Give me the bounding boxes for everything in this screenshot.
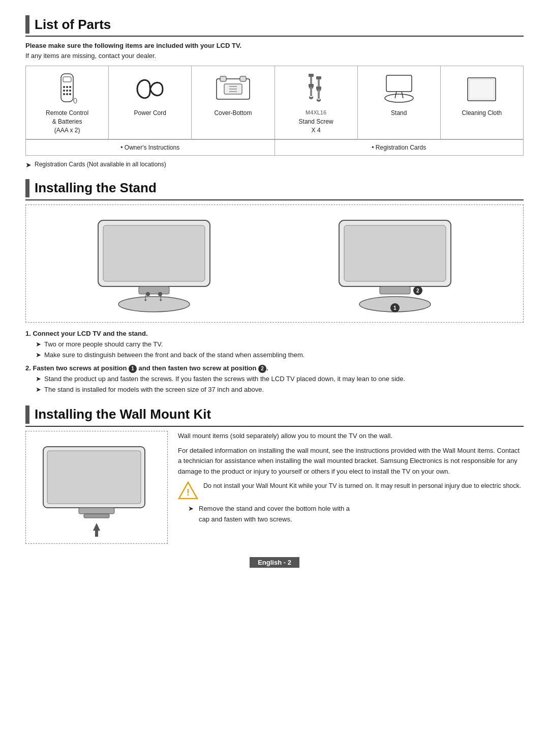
english-label: English - 2 bbox=[250, 557, 299, 568]
wall-mount-text-content: Wall mount items (sold separately) allow… bbox=[178, 431, 524, 544]
remove-note-item: ➤ Remove the stand and cover the bottom … bbox=[178, 504, 524, 525]
registration-cards-text: • Registration Cards bbox=[372, 144, 426, 151]
warning-triangle-icon: ! bbox=[178, 481, 198, 500]
part-cover-bottom: Cover-Bottom bbox=[192, 66, 274, 139]
svg-text:2: 2 bbox=[416, 288, 419, 294]
owners-instructions: • Owner's Instructions bbox=[26, 140, 275, 155]
wall-mount-text1: Wall mount items (sold separately) allow… bbox=[178, 431, 524, 442]
svg-point-5 bbox=[63, 90, 65, 92]
svg-line-30 bbox=[402, 92, 403, 98]
intro-line1: Please make sure the following items are… bbox=[25, 42, 241, 49]
instruction-1-sub1: ➤ Two or more people should carry the TV… bbox=[25, 339, 524, 350]
svg-point-36 bbox=[118, 297, 190, 312]
svg-text:!: ! bbox=[187, 487, 190, 498]
installing-wall-mount-section: Installing the Wall Mount Kit Wall mount… bbox=[25, 405, 524, 544]
section-bar-3 bbox=[25, 405, 29, 424]
stand-screw-sub: M4XL16 bbox=[306, 109, 326, 117]
arrow-icon-1: ➤ bbox=[36, 339, 41, 350]
wall-mount-warning: ! Do not install your Wall Mount Kit whi… bbox=[178, 481, 524, 500]
svg-rect-34 bbox=[103, 225, 205, 281]
parts-table: Remote Control& Batteries(AAA x 2) Power… bbox=[25, 66, 524, 156]
wall-mount-text2: For detailed information on installing t… bbox=[178, 446, 524, 477]
svg-rect-14 bbox=[240, 76, 246, 81]
remote-control-label: Remote Control& Batteries(AAA x 2) bbox=[46, 109, 88, 134]
arrow-icon-4: ➤ bbox=[36, 385, 41, 395]
svg-point-28 bbox=[385, 94, 413, 102]
cover-bottom-label: Cover-Bottom bbox=[214, 109, 252, 118]
stand-diagram-box: ↓ ↓ 2 1 bbox=[25, 205, 524, 323]
cover-bottom-icon bbox=[210, 71, 256, 107]
intro-line2: If any items are missing, contact your d… bbox=[25, 52, 156, 60]
stand-icon bbox=[376, 71, 422, 107]
svg-line-29 bbox=[395, 92, 396, 98]
svg-rect-50 bbox=[47, 451, 141, 504]
wall-mount-content: Wall mount items (sold separately) allow… bbox=[25, 431, 524, 544]
remote-control-icon bbox=[44, 71, 90, 107]
instruction-1-sub2-text: Make sure to distinguish between the fro… bbox=[44, 350, 304, 361]
svg-rect-1 bbox=[63, 77, 71, 82]
instruction-2-sub1-text: Stand the product up and fasten the scre… bbox=[44, 374, 405, 385]
arrow-icon: ➤ bbox=[25, 161, 32, 169]
part-remote-control: Remote Control& Batteries(AAA x 2) bbox=[26, 66, 109, 139]
instruction-2-text: 2. Fasten two screws at position 1 and t… bbox=[25, 364, 268, 372]
part-cleaning-cloth: Cleaning Cloth bbox=[441, 66, 523, 139]
installing-stand-section: Installing the Stand ↓ ↓ bbox=[25, 179, 524, 395]
instruction-2: 2. Fasten two screws at position 1 and t… bbox=[25, 363, 524, 395]
svg-text:1: 1 bbox=[393, 305, 396, 311]
instruction-1: 1. Connect your LCD TV and the stand. ➤ … bbox=[25, 329, 524, 360]
svg-point-39 bbox=[146, 292, 150, 296]
registration-note: ➤ Registration Cards (Not available in a… bbox=[25, 161, 524, 169]
stand-screw-label: Stand ScrewX 4 bbox=[299, 118, 333, 135]
section-bar-2 bbox=[25, 179, 29, 197]
svg-rect-27 bbox=[386, 75, 412, 92]
parts-extras-row: • Owner's Instructions • Registration Ca… bbox=[26, 139, 523, 155]
svg-rect-13 bbox=[220, 76, 226, 81]
part-stand: Stand bbox=[358, 66, 441, 139]
power-cord-icon bbox=[127, 71, 173, 107]
page-footer: English - 2 bbox=[25, 554, 524, 571]
power-cord-label: Power Cord bbox=[134, 109, 166, 118]
wall-mount-header: Installing the Wall Mount Kit bbox=[25, 405, 524, 427]
installing-stand-header: Installing the Stand bbox=[25, 179, 524, 200]
svg-rect-25 bbox=[316, 86, 321, 90]
svg-point-10 bbox=[69, 93, 71, 95]
registration-note-text: Registration Cards (Not available in all… bbox=[35, 161, 166, 168]
list-of-parts-header: List of Parts bbox=[25, 15, 524, 37]
svg-rect-21 bbox=[316, 76, 321, 79]
list-of-parts-section: List of Parts Please make sure the follo… bbox=[25, 15, 524, 169]
stand-diagram-right: 2 1 bbox=[294, 213, 496, 314]
svg-point-7 bbox=[69, 90, 71, 92]
remove-note: ➤ Remove the stand and cover the bottom … bbox=[178, 504, 524, 525]
arrow-icon-2: ➤ bbox=[36, 350, 41, 361]
instruction-1-sub2: ➤ Make sure to distinguish between the f… bbox=[25, 350, 524, 361]
parts-icons-row: Remote Control& Batteries(AAA x 2) Power… bbox=[26, 66, 523, 139]
svg-rect-26 bbox=[318, 90, 320, 99]
svg-point-11 bbox=[74, 98, 77, 103]
svg-rect-24 bbox=[310, 87, 312, 96]
svg-rect-42 bbox=[344, 225, 446, 281]
wall-mount-diagram bbox=[25, 431, 168, 544]
svg-point-9 bbox=[66, 93, 68, 95]
warning-text: Do not install your Wall Mount Kit while… bbox=[203, 481, 521, 491]
svg-point-40 bbox=[158, 292, 162, 296]
instruction-2-sub2-text: The stand is installed for models with t… bbox=[44, 385, 264, 395]
stand-label: Stand bbox=[391, 109, 407, 118]
section-bar bbox=[25, 15, 29, 34]
instruction-1-sub1-text: Two or more people should carry the TV. bbox=[44, 339, 163, 350]
svg-point-3 bbox=[66, 86, 68, 88]
svg-point-2 bbox=[63, 86, 65, 88]
part-power-cord: Power Cord bbox=[109, 66, 192, 139]
installing-stand-title: Installing the Stand bbox=[35, 180, 157, 196]
cleaning-cloth-label: Cleaning Cloth bbox=[462, 109, 502, 118]
instruction-1-text: 1. Connect your LCD TV and the stand. bbox=[25, 330, 148, 337]
registration-cards: • Registration Cards bbox=[275, 140, 524, 155]
svg-rect-32 bbox=[469, 79, 494, 99]
intro-text: Please make sure the following items are… bbox=[25, 41, 524, 61]
svg-rect-19 bbox=[309, 74, 314, 77]
wall-mount-title: Installing the Wall Mount Kit bbox=[35, 406, 211, 422]
svg-marker-53 bbox=[93, 523, 100, 531]
stand-screw-icon bbox=[293, 71, 339, 107]
cleaning-cloth-icon bbox=[459, 71, 505, 107]
remove-note-text: Remove the stand and cover the bottom ho… bbox=[199, 504, 350, 525]
svg-rect-52 bbox=[84, 514, 109, 518]
